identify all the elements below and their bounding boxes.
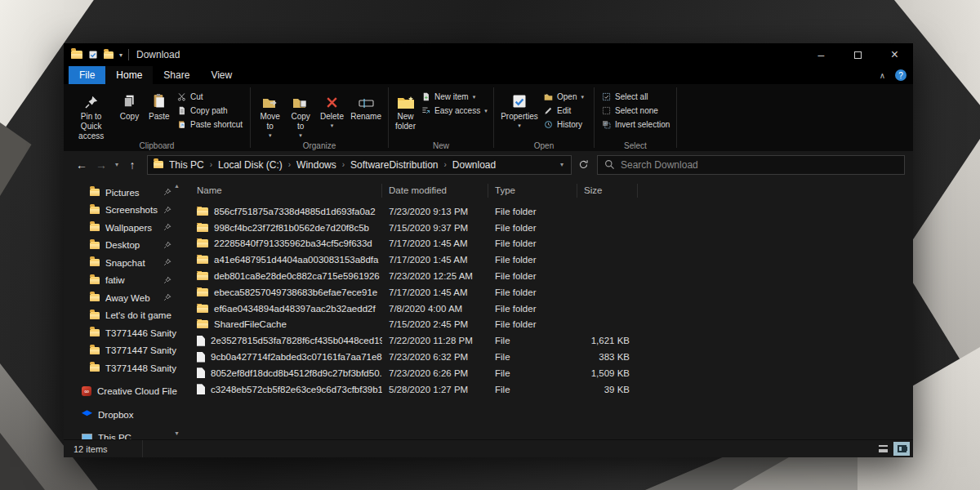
breadcrumb-software-distribution[interactable]: SoftwareDistribution bbox=[350, 159, 438, 171]
folder-icon bbox=[90, 277, 100, 284]
file-row[interactable]: deb801ca8e28de0c882ca715e59619267/23/202… bbox=[182, 268, 913, 284]
thumbnail-view-button[interactable] bbox=[893, 442, 910, 456]
back-button[interactable]: ← bbox=[72, 158, 91, 172]
properties-button[interactable]: Properties ▾ bbox=[498, 87, 541, 130]
file-row[interactable]: 998cf4bc23f72f81b0562de7d20f8c5b7/15/202… bbox=[182, 220, 913, 236]
qat-properties-icon[interactable] bbox=[88, 50, 98, 60]
easy-access-label: Easy access bbox=[434, 106, 480, 115]
ribbon-group-separator bbox=[676, 87, 677, 148]
folder-icon bbox=[197, 239, 208, 247]
cut-icon bbox=[177, 92, 186, 101]
file-row[interactable]: a41e6487951d4404aa003083153a8dfa7/17/202… bbox=[182, 252, 913, 268]
move-to-button[interactable]: Move to ▾ bbox=[255, 87, 285, 140]
column-header-date-modified[interactable]: Date modified bbox=[382, 184, 488, 198]
tab-home[interactable]: Home bbox=[105, 66, 153, 84]
copy-path-button[interactable]: Copy path bbox=[174, 104, 246, 118]
ribbon-group-select: Select all Select none Invert selection … bbox=[595, 84, 676, 151]
sidebar-item-wallpapers[interactable]: Wallpapers bbox=[64, 219, 182, 237]
copy-path-icon bbox=[177, 106, 186, 115]
address-bar[interactable]: This PC › Local Disk (C:) › Windows › So… bbox=[147, 155, 572, 175]
sidebar-scroll-up-icon[interactable]: ▲ bbox=[174, 183, 180, 189]
tab-view[interactable]: View bbox=[200, 66, 243, 84]
qat-dropdown-icon[interactable]: ▾ bbox=[119, 51, 122, 59]
sidebar-item-pictures[interactable]: Pictures bbox=[64, 184, 182, 202]
forward-button[interactable]: → bbox=[91, 158, 111, 172]
open-button[interactable]: Open ▾ bbox=[541, 90, 587, 104]
breadcrumb-download[interactable]: Download bbox=[452, 159, 496, 171]
column-header-size[interactable]: Size bbox=[577, 184, 638, 198]
easy-access-dropdown-icon: ▾ bbox=[484, 108, 488, 114]
sidebar-item-fatiw[interactable]: fatiw bbox=[64, 272, 182, 290]
delete-button[interactable]: Delete ▾ bbox=[316, 87, 348, 130]
tab-share[interactable]: Share bbox=[153, 66, 200, 84]
select-all-button[interactable]: Select all bbox=[599, 90, 673, 104]
invert-selection-icon bbox=[602, 120, 611, 129]
file-row[interactable]: 856cf751875a7338d4885d1d693fa0a27/23/202… bbox=[182, 203, 913, 220]
pin-to-quick-access-button[interactable]: Pin to Quick access bbox=[68, 87, 114, 143]
maximize-button[interactable] bbox=[840, 43, 876, 66]
edit-button[interactable]: Edit bbox=[541, 104, 587, 118]
select-none-icon bbox=[602, 106, 611, 115]
pin-icon bbox=[163, 276, 172, 284]
invert-selection-button[interactable]: Invert selection bbox=[599, 118, 673, 131]
tab-file[interactable]: File bbox=[69, 66, 105, 84]
new-item-button[interactable]: New item ▾ bbox=[418, 90, 491, 104]
file-date: 7/17/2020 1:45 AM bbox=[382, 287, 488, 297]
history-button[interactable]: History bbox=[541, 118, 587, 131]
collapse-ribbon-icon[interactable]: ∧ bbox=[880, 71, 885, 80]
column-header-type[interactable]: Type bbox=[488, 184, 577, 198]
sidebar-item-t3771446-sanity[interactable]: T3771446 Sanity bbox=[64, 324, 182, 342]
paste-button[interactable]: Paste bbox=[145, 87, 174, 123]
file-row[interactable]: 2e3527815d53fa7828f6cf435b0448ced19...7/… bbox=[182, 332, 913, 349]
search-input[interactable] bbox=[621, 159, 898, 171]
rename-button[interactable]: Rename bbox=[348, 87, 384, 123]
cut-button[interactable]: Cut bbox=[174, 90, 246, 104]
file-name: 8052ef8df18dcd8b4512f8d9c27bf3bfd50... bbox=[211, 368, 382, 378]
file-row[interactable]: 8052ef8df18dcd8b4512f8d9c27bf3bfd50...7/… bbox=[182, 365, 913, 381]
sidebar-item-t3771447-sanity[interactable]: T3771447 Sanity bbox=[64, 342, 182, 360]
file-row[interactable]: c3248eb572cb5f82e63ce9c6d73cfbf39b1...5/… bbox=[182, 381, 913, 398]
sidebar-item-desktop[interactable]: Desktop bbox=[64, 237, 182, 255]
sidebar-item-snapchat[interactable]: Snapchat bbox=[64, 254, 182, 272]
sidebar-item-dropbox[interactable]: Dropbox bbox=[64, 406, 182, 424]
paste-shortcut-button[interactable]: Paste shortcut bbox=[174, 118, 246, 131]
new-folder-button[interactable]: New folder bbox=[393, 87, 418, 133]
column-header-name[interactable]: Name bbox=[182, 184, 382, 198]
file-row[interactable]: 22285840f791335962ba34cf5c9f633d7/17/202… bbox=[182, 236, 913, 252]
select-none-button[interactable]: Select none bbox=[599, 104, 673, 118]
qat-new-folder-icon[interactable] bbox=[104, 51, 114, 59]
details-view-button[interactable] bbox=[875, 442, 891, 456]
new-item-label: New item bbox=[434, 92, 469, 101]
breadcrumb-this-pc[interactable]: This PC bbox=[169, 159, 204, 171]
easy-access-button[interactable]: Easy access ▾ bbox=[418, 104, 491, 118]
up-button[interactable]: ↑ bbox=[122, 158, 142, 172]
file-row[interactable]: ebeca58257049738683b6efae7ece91e7/17/202… bbox=[182, 284, 913, 301]
file-name: 22285840f791335962ba34cf5c9f633d bbox=[214, 238, 372, 248]
address-dropdown-icon[interactable]: ▾ bbox=[559, 161, 565, 168]
copy-button[interactable]: Copy bbox=[114, 87, 144, 123]
refresh-button[interactable] bbox=[578, 159, 589, 170]
sidebar-item-screenshots[interactable]: Screenshots bbox=[64, 202, 182, 220]
recent-locations-icon[interactable]: ▾ bbox=[111, 161, 122, 168]
sidebar-item-lets-do-it-game[interactable]: Let's do it game bbox=[64, 307, 182, 325]
sidebar-item-away-web[interactable]: Away Web bbox=[64, 289, 182, 307]
file-type: File folder bbox=[488, 255, 577, 265]
breadcrumb-windows[interactable]: Windows bbox=[296, 159, 336, 171]
minimize-button[interactable]: – bbox=[803, 43, 840, 66]
folder-icon bbox=[90, 329, 100, 336]
file-row[interactable]: ef6ae0434894ad48397aac2b32aedd2f7/8/2020… bbox=[182, 301, 913, 317]
breadcrumb-local-disk[interactable]: Local Disk (C:) bbox=[218, 159, 283, 171]
sidebar-item-t3771448-sanity[interactable]: T3771448 Sanity bbox=[64, 359, 182, 377]
select-none-label: Select none bbox=[615, 106, 658, 115]
close-button[interactable]: × bbox=[876, 43, 913, 66]
help-icon[interactable]: ? bbox=[895, 69, 906, 81]
sidebar-item-creative-cloud-files[interactable]: ∞Creative Cloud File bbox=[64, 383, 182, 401]
sidebar-item-this-pc[interactable]: This PC bbox=[64, 430, 182, 440]
sidebar-scroll-down-icon[interactable]: ▼ bbox=[174, 430, 180, 436]
properties-label: Properties bbox=[501, 112, 538, 122]
pin-icon bbox=[84, 88, 99, 109]
file-row[interactable]: SharedFileCache7/15/2020 2:45 PMFile fol… bbox=[182, 317, 913, 333]
file-type: File folder bbox=[488, 238, 577, 248]
file-row[interactable]: 9cb0a427714f2abded3c07161fa7aa71e8...7/2… bbox=[182, 349, 913, 365]
copy-to-button[interactable]: Copy to ▾ bbox=[285, 87, 315, 140]
